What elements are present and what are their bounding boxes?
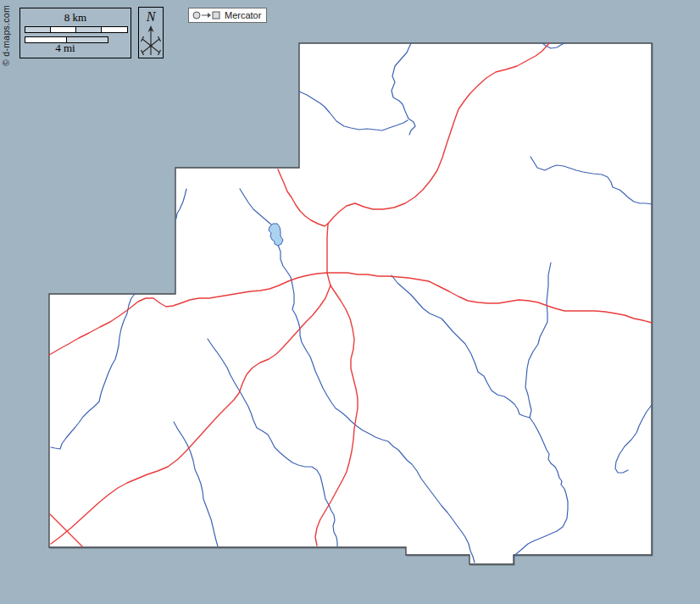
projection-badge: Mercator bbox=[188, 8, 267, 23]
scale-bar-segment bbox=[51, 27, 76, 32]
scale-bar-segment bbox=[102, 27, 127, 32]
north-arrow-icon bbox=[139, 25, 163, 57]
county-outline bbox=[49, 43, 652, 564]
map-canvas bbox=[0, 0, 700, 604]
scale-bar: 8 km 4 mi bbox=[19, 8, 131, 58]
circle-arrow-square-icon bbox=[192, 9, 221, 21]
projection-label: Mercator bbox=[225, 10, 261, 20]
compass-box: N bbox=[138, 7, 164, 58]
scale-bar-segment bbox=[76, 27, 102, 32]
dmaps-copyright: © d-maps.com bbox=[1, 5, 11, 66]
scale-mi-label: 4 mi bbox=[20, 42, 110, 55]
scale-km-label: 8 km bbox=[20, 11, 131, 25]
scale-km-bar bbox=[25, 26, 128, 33]
map-page: © d-maps.com 8 km 4 mi N bbox=[0, 0, 700, 604]
north-label: N bbox=[139, 9, 163, 25]
scale-bar-segment bbox=[25, 27, 51, 32]
